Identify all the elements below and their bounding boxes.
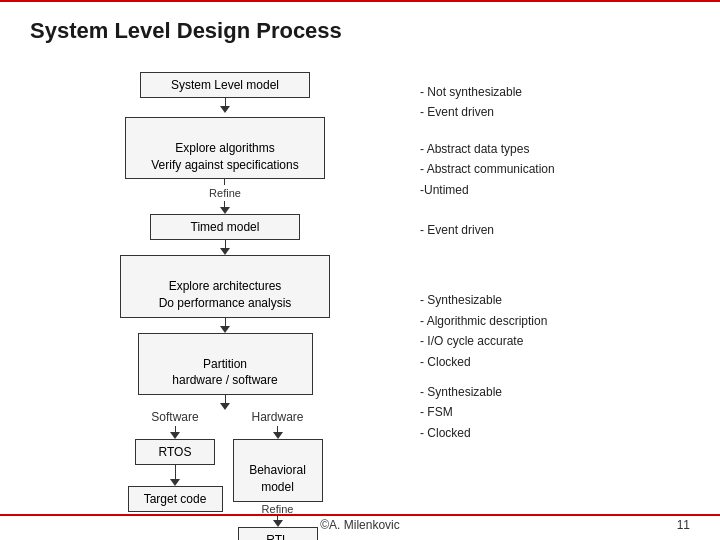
timed-model-box: Timed model: [150, 214, 300, 240]
anno-synth2: - Synthesizable: [420, 382, 690, 402]
anno-clocked2: - Clocked: [420, 423, 690, 443]
rtos-box: RTOS: [135, 439, 215, 465]
partition-box: Partition hardware / software: [138, 333, 313, 395]
flow-items: System Level model Explore algorithms Ve…: [30, 62, 420, 540]
anno-fsm: - FSM: [420, 402, 690, 422]
behavioral-model-box: Behavioral model: [233, 439, 323, 501]
anno-group-timed: - Event driven: [420, 220, 690, 240]
explore-algorithms-box: Explore algorithms Verify against specif…: [125, 117, 325, 179]
rtl-model-box: RTL model: [238, 527, 318, 540]
page-title: System Level Design Process: [0, 2, 720, 52]
anno-group-partition: - Synthesizable - Algorithmic descriptio…: [420, 290, 690, 372]
target-code-box: Target code: [128, 486, 223, 512]
diagram-area: System Level model Explore algorithms Ve…: [30, 62, 690, 512]
arrow5: [220, 395, 230, 410]
anno-group-system: - Not synthesizable - Event driven: [420, 82, 690, 123]
anno-untimed: -Untimed: [420, 180, 690, 200]
arrow4: [220, 318, 230, 333]
software-col: Software RTOS Target code: [128, 410, 223, 540]
bottom-border: [0, 514, 720, 516]
main-content: System Level model Explore algorithms Ve…: [0, 52, 720, 512]
anno-io-cycle: - I/O cycle accurate: [420, 331, 690, 351]
system-level-model-box: System Level model: [140, 72, 310, 98]
right-annotations: - Not synthesizable - Event driven - Abs…: [420, 62, 690, 512]
explore-arch-box: Explore architectures Do performance ana…: [120, 255, 330, 317]
anno-event-driven1: - Event driven: [420, 102, 690, 122]
anno-clocked1: - Clocked: [420, 352, 690, 372]
hardware-col: Hardware Behavioral model Refine RTL mod…: [233, 410, 323, 540]
anno-synth1: - Synthesizable: [420, 290, 690, 310]
anno-group-explore: - Abstract data types - Abstract communi…: [420, 139, 690, 200]
anno-algo: - Algorithmic description: [420, 311, 690, 331]
anno-group-rtl: - Synthesizable - FSM - Clocked: [420, 382, 690, 443]
anno-abstract-comm: - Abstract communication: [420, 159, 690, 179]
arrow2: Refine: [209, 179, 241, 214]
anno-event-driven2: - Event driven: [420, 220, 690, 240]
left-flow: System Level model Explore algorithms Ve…: [30, 62, 420, 512]
arrow3: [220, 240, 230, 255]
anno-not-synthesizable: - Not synthesizable: [420, 82, 690, 102]
page-number: 11: [677, 518, 690, 532]
footer-copyright: ©A. Milenkovic: [320, 518, 400, 532]
anno-abstract-data: - Abstract data types: [420, 139, 690, 159]
arrow1: [220, 98, 230, 113]
